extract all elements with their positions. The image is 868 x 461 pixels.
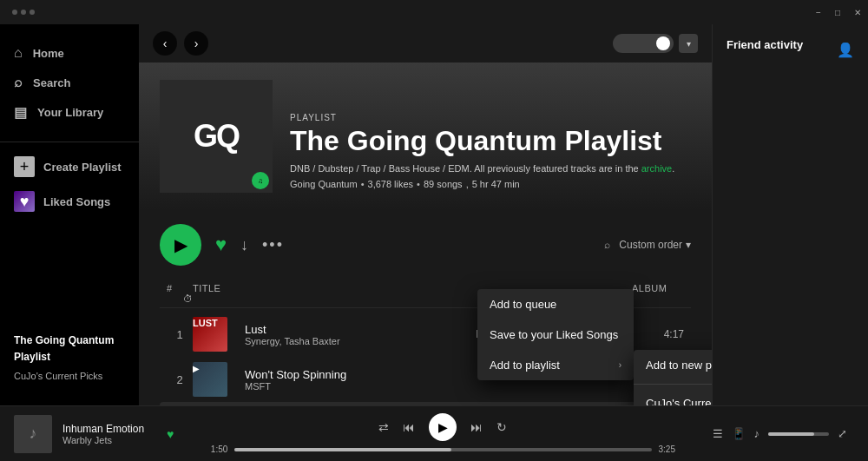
repeat-button[interactable]: ↻: [496, 420, 507, 434]
controls-bar: ▶ ♥ ↓ ••• ⌕ Custom order ▾: [139, 210, 712, 280]
col-album: ALBUM: [632, 283, 684, 293]
sidebar-label-home: Home: [33, 47, 64, 60]
sidebar-label-search: Search: [33, 76, 70, 89]
now-playing-title: Inhuman Emotion: [62, 423, 149, 435]
context-menu-item-add-queue[interactable]: Add to queue: [477, 289, 634, 319]
context-menu[interactable]: Add to queue Save to your Liked Songs Ad…: [477, 289, 634, 380]
context-menu-item-save-liked[interactable]: Save to your Liked Songs: [477, 319, 634, 350]
playback-play-button[interactable]: ▶: [429, 413, 457, 441]
custom-order-label: Custom order: [619, 239, 682, 251]
titlebar-dot: [30, 10, 35, 15]
volume-fill: [768, 432, 814, 436]
queue-button[interactable]: ☰: [713, 427, 723, 440]
extra-controls: ☰ 📱 ♪ ⤢: [713, 427, 855, 440]
sidebar-item-search[interactable]: ⌕ Search: [0, 68, 139, 97]
search-icon: ⌕: [14, 75, 23, 90]
sidebar-playlist-name: The Going Quantum Playlist: [14, 333, 125, 366]
fullscreen-button[interactable]: ⤢: [838, 427, 847, 440]
sidebar-item-liked-songs[interactable]: ♥ Liked Songs: [0, 184, 139, 219]
progress-fill: [234, 448, 451, 451]
track-title: Won't Stop Spinning: [245, 368, 476, 381]
chevron-down-icon: ▾: [686, 239, 691, 251]
col-num: #: [167, 283, 193, 293]
submenu-cujo-picks[interactable]: CuJo's Current Picks: [634, 388, 712, 405]
next-button[interactable]: ⏭: [470, 420, 483, 434]
archive-link[interactable]: archive: [641, 163, 672, 174]
chevron-down-icon: ▾: [687, 39, 691, 49]
hero-desc-suffix: .: [672, 163, 674, 174]
sidebar-subname: CuJo's Current Picks: [14, 369, 125, 385]
track-title: Lust: [245, 323, 476, 336]
main-content: ‹ › ▾ GQ ♫ PLAYLIST: [139, 24, 712, 405]
volume-bar[interactable]: [768, 432, 829, 436]
sidebar-item-library[interactable]: ▤ Your Library: [0, 97, 139, 128]
library-icon: ▤: [14, 104, 27, 121]
user-icon[interactable]: 👤: [837, 42, 854, 58]
progress-bar[interactable]: [234, 448, 651, 451]
meta-comma: ,: [466, 179, 469, 189]
playback-buttons: ⇄ ⏮ ▶ ⏭ ↻: [378, 413, 507, 441]
context-menu-item-add-playlist[interactable]: Add to playlist › Add to new playlist Cu…: [477, 350, 634, 380]
playlist-artwork: GQ ♫: [160, 80, 273, 193]
now-playing-art: ♪: [14, 415, 52, 453]
playback-controls: ⇄ ⏮ ▶ ⏭ ↻ 1:50 3:25: [184, 413, 701, 454]
track-number: 2: [167, 373, 193, 386]
spotify-icon: ♫: [258, 177, 263, 185]
liked-songs-label: Liked Songs: [43, 195, 110, 208]
hero-section: GQ ♫ PLAYLIST The Going Quantum Playlist…: [139, 63, 712, 210]
new-playlist-label: Add to new playlist: [646, 359, 712, 372]
maximize-button[interactable]: □: [835, 8, 840, 17]
download-button[interactable]: ↓: [240, 236, 248, 254]
back-button[interactable]: ‹: [153, 31, 177, 56]
hero-artist: Going Quantum: [290, 179, 358, 189]
hero-desc-text: DNB / Dubstep / Trap / Bass House / EDM.…: [290, 163, 641, 174]
minimize-button[interactable]: −: [816, 8, 821, 17]
track-duration: 4:17: [632, 328, 684, 340]
toggle-knob: [656, 36, 670, 50]
clock-icon: ⏱: [183, 293, 194, 304]
sidebar-item-home[interactable]: ⌂ Home: [0, 38, 139, 68]
sidebar: ⌂ Home ⌕ Search ▤ Your Library + Create …: [0, 24, 139, 405]
sidebar-divider: [0, 142, 139, 142]
col-duration: ⏱: [167, 293, 193, 304]
titlebar-dot: [21, 10, 26, 15]
create-playlist-icon: +: [14, 156, 35, 177]
play-button[interactable]: ▶: [160, 224, 201, 266]
liked-songs-icon: ♥: [14, 191, 35, 212]
devices-button[interactable]: 📱: [732, 427, 746, 440]
track-row[interactable]: 3 ▶ Hero Of My Youth Neonlight 4:01: [160, 402, 691, 405]
like-button[interactable]: ♥: [215, 234, 227, 256]
sidebar-item-create-playlist[interactable]: + Create Playlist: [0, 149, 139, 184]
submenu-new-playlist[interactable]: Add to new playlist: [634, 350, 712, 380]
track-art: ▶: [193, 362, 227, 397]
close-button[interactable]: ✕: [854, 8, 861, 17]
forward-button[interactable]: ›: [184, 31, 208, 56]
more-options-button[interactable]: •••: [262, 236, 284, 254]
titlebar-controls: − □ ✕: [816, 8, 861, 17]
sidebar-bottom: The Going Quantum Playlist CuJo's Curren…: [0, 319, 139, 398]
controls-right: ⌕ Custom order ▾: [604, 239, 691, 251]
titlebar-dot: [12, 10, 17, 15]
track-number: 1: [167, 328, 193, 341]
music-note-icon: ♪: [30, 425, 37, 443]
track-info: Lust Synergy, Tasha Baxter: [245, 323, 476, 346]
toggle-pill[interactable]: [613, 34, 674, 53]
toggle-dropdown[interactable]: ▾: [679, 34, 698, 53]
create-playlist-label: Create Playlist: [43, 161, 122, 174]
right-panel: Friend activity 👤: [712, 24, 868, 405]
previous-button[interactable]: ⏮: [403, 420, 415, 434]
custom-order-button[interactable]: Custom order ▾: [619, 239, 691, 251]
shuffle-button[interactable]: ⇄: [378, 420, 389, 434]
track-search-button[interactable]: ⌕: [604, 239, 610, 251]
hero-songs: 89 songs: [424, 179, 463, 189]
submenu-divider: [634, 384, 712, 385]
hero-type: PLAYLIST: [290, 113, 674, 122]
add-to-playlist-label: Add to playlist: [490, 359, 560, 372]
track-artist: Synergy, Tasha Baxter: [245, 336, 476, 346]
now-playing-like[interactable]: ♥: [167, 427, 174, 441]
current-time: 1:50: [201, 445, 227, 454]
submenu[interactable]: Add to new playlist CuJo's Current Picks: [634, 350, 712, 405]
track-art: LUST: [193, 317, 227, 352]
sidebar-nav: ⌂ Home ⌕ Search ▤ Your Library: [0, 31, 139, 135]
hero-description: DNB / Dubstep / Trap / Bass House / EDM.…: [290, 163, 674, 174]
